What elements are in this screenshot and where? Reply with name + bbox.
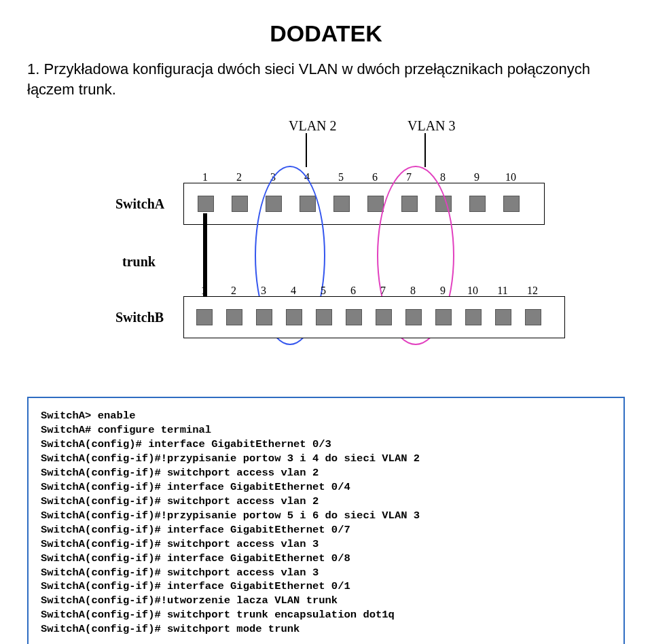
porta-5 bbox=[333, 196, 350, 212]
switchb-box: 1 2 3 4 5 6 7 8 9 10 11 12 bbox=[183, 296, 565, 338]
portb-7 bbox=[376, 309, 392, 325]
portb-label-1: 1 bbox=[196, 285, 211, 297]
portb-label-2: 2 bbox=[226, 285, 241, 297]
porta-label-1: 1 bbox=[198, 171, 213, 183]
porta-label-10: 10 bbox=[503, 171, 518, 183]
portb-8 bbox=[405, 309, 422, 325]
porta-6 bbox=[367, 196, 384, 212]
portb-11 bbox=[495, 309, 511, 325]
portb-6 bbox=[346, 309, 362, 325]
porta-1 bbox=[198, 196, 214, 212]
portb-label-4: 4 bbox=[286, 285, 301, 297]
network-diagram: VLAN 2 VLAN 3 SwitchA 1 2 3 4 5 6 7 8 9 … bbox=[68, 118, 584, 376]
portb-label-8: 8 bbox=[405, 285, 420, 297]
vlan2-label: VLAN 2 bbox=[289, 118, 337, 134]
portb-4 bbox=[286, 309, 302, 325]
config-code-block: SwitchA> enable SwitchA# configure termi… bbox=[27, 397, 625, 644]
switcha-box: 1 2 3 4 5 6 7 8 9 10 bbox=[183, 183, 545, 225]
trunk-label: trunk bbox=[122, 254, 156, 270]
porta-label-6: 6 bbox=[367, 171, 382, 183]
portb-5 bbox=[316, 309, 332, 325]
porta-10 bbox=[503, 196, 520, 212]
portb-label-10: 10 bbox=[465, 285, 480, 297]
portb-3 bbox=[256, 309, 272, 325]
porta-2 bbox=[232, 196, 248, 212]
portb-10 bbox=[465, 309, 482, 325]
intro-text: 1. Przykładowa konfiguracja dwóch sieci … bbox=[27, 59, 625, 99]
vlan3-label: VLAN 3 bbox=[408, 118, 456, 134]
vlan2-pointer bbox=[306, 133, 307, 167]
portb-label-6: 6 bbox=[346, 285, 361, 297]
portb-12 bbox=[525, 309, 541, 325]
portb-2 bbox=[226, 309, 242, 325]
portb-label-3: 3 bbox=[256, 285, 271, 297]
portb-1 bbox=[196, 309, 213, 325]
portb-label-12: 12 bbox=[525, 285, 540, 297]
vlan3-pointer bbox=[424, 133, 426, 167]
porta-label-2: 2 bbox=[232, 171, 247, 183]
portb-label-7: 7 bbox=[376, 285, 391, 297]
switchb-label: SwitchB bbox=[115, 310, 164, 325]
porta-9 bbox=[469, 196, 486, 212]
portb-9 bbox=[435, 309, 452, 325]
porta-label-5: 5 bbox=[333, 171, 348, 183]
page-title: DODATEK bbox=[27, 20, 625, 47]
portb-label-11: 11 bbox=[495, 285, 510, 297]
porta-label-9: 9 bbox=[469, 171, 484, 183]
switcha-label: SwitchA bbox=[115, 196, 164, 212]
portb-label-9: 9 bbox=[435, 285, 450, 297]
portb-label-5: 5 bbox=[316, 285, 331, 297]
